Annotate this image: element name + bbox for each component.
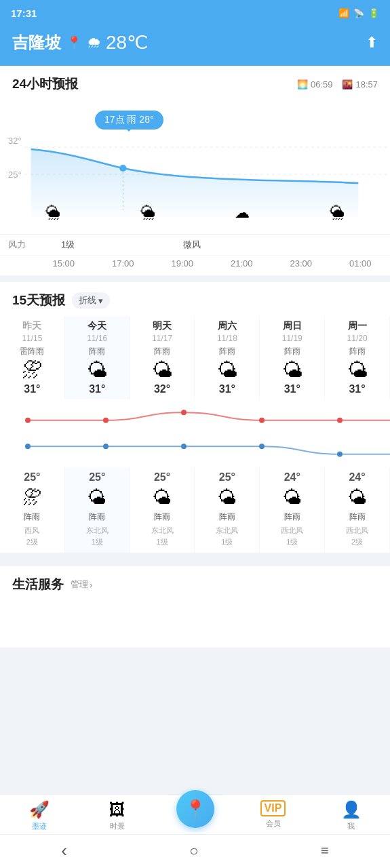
high-curve-svg <box>28 399 362 433</box>
life-title: 生活服务 <box>12 576 64 593</box>
me-label: 我 <box>347 821 355 831</box>
svg-point-13 <box>259 443 265 449</box>
section-divider-2 <box>0 553 390 559</box>
sunset-icon: 🌇 <box>342 79 353 90</box>
chart-icon-2: 🌦 <box>140 204 155 222</box>
chart-area: 17点 雨 28° 32° 25° 🌦 <box>0 98 390 234</box>
menu-button[interactable]: ≡ <box>321 843 329 859</box>
section-24h-header: 24小时预报 🌅 06:59 🌇 18:57 <box>0 75 390 98</box>
chevron-right-icon: › <box>90 580 92 590</box>
time-val-3: 19:00 <box>171 258 193 269</box>
day-name-3: 周六 <box>218 320 237 332</box>
section-15d-header: 15天预报 折线 ▾ <box>0 292 390 316</box>
day-date-0: 11/15 <box>22 334 42 343</box>
day-low-1: 25° <box>89 471 105 484</box>
day-condition-top-5: 阵雨 <box>349 346 366 357</box>
mojie-icon: 🚀 <box>29 800 50 819</box>
day-icon-top-2: 🌤 <box>152 360 172 380</box>
header-temp: 28℃ <box>106 31 148 54</box>
day-wind-2: 东北风1级 <box>151 525 174 547</box>
svg-point-8 <box>337 418 343 423</box>
day-condition-bottom-5: 阵雨 <box>349 511 366 523</box>
fold-button[interactable]: 折线 ▾ <box>72 292 110 309</box>
days-bottom-row: 25° ⛈ 阵雨 西风2级 25° 🌤 阵雨 东北风1级 25° 🌤 阵雨 东北… <box>0 467 390 553</box>
day-col-bottom-3: 25° 🌤 阵雨 东北风1级 <box>195 467 260 553</box>
day-date-1: 11/16 <box>87 334 107 343</box>
day-condition-top-1: 阵雨 <box>89 346 105 357</box>
day-icon-top-3: 🌤 <box>217 360 237 380</box>
day-condition-bottom-0: 阵雨 <box>24 511 40 523</box>
section-15d: 15天预报 折线 ▾ 昨天 11/15 雷阵雨 ⛈ 31° 今天 11/16 阵… <box>0 282 390 553</box>
day-low-0: 25° <box>24 471 40 484</box>
nav-item-me[interactable]: 👤 我 <box>312 800 390 831</box>
day-condition-bottom-2: 阵雨 <box>154 511 170 523</box>
day-col-top-4: 周日 11/19 阵雨 🌤 31° <box>260 316 325 399</box>
day-high-4: 31° <box>284 383 300 395</box>
svg-point-10 <box>25 443 31 449</box>
low-curve-svg <box>28 433 362 467</box>
day-wind-5: 西北风2级 <box>346 525 368 547</box>
header-left: 吉隆坡 📍 🌧 28℃ <box>12 31 148 54</box>
vip-label: 会员 <box>266 818 281 829</box>
svg-point-4 <box>25 418 31 423</box>
day-icon-top-5: 🌤 <box>347 360 368 380</box>
svg-point-7 <box>259 418 265 423</box>
home-button[interactable]: ○ <box>189 842 198 860</box>
day-date-2: 11/17 <box>152 334 172 343</box>
day-col-top-1: 今天 11/16 阵雨 🌤 31° <box>65 316 130 399</box>
day-icon-bottom-1: 🌤 <box>87 486 106 509</box>
day-col-bottom-1: 25° 🌤 阵雨 东北风1级 <box>65 467 130 553</box>
day-high-2: 32° <box>154 383 170 395</box>
day-high-3: 31° <box>219 383 235 395</box>
system-bar: ‹ ○ ≡ <box>0 834 390 868</box>
wind-label: 风力 <box>0 239 34 251</box>
day-low-2: 25° <box>154 471 170 484</box>
day-wind-0: 西风2级 <box>24 525 39 547</box>
section-divider-1 <box>0 275 390 282</box>
back-button[interactable]: ‹ <box>61 840 67 861</box>
svg-point-11 <box>103 443 109 449</box>
day-icon-bottom-3: 🌤 <box>218 486 237 509</box>
time-offset <box>0 258 34 269</box>
chart-icon-3: ☁ <box>235 204 250 222</box>
day-low-3: 25° <box>219 471 235 484</box>
days-scroll[interactable]: 昨天 11/15 雷阵雨 ⛈ 31° 今天 11/16 阵雨 🌤 31° 明天 … <box>0 316 390 553</box>
days-header-row: 昨天 11/15 雷阵雨 ⛈ 31° 今天 11/16 阵雨 🌤 31° 明天 … <box>0 316 390 399</box>
day-name-0: 昨天 <box>22 320 41 332</box>
sunrise-item: 🌅 06:59 <box>297 79 333 90</box>
svg-point-12 <box>181 443 187 449</box>
signal-icon: 📶 <box>338 8 349 18</box>
time-values: 15:00 17:00 19:00 21:00 23:00 01:00 <box>34 258 390 269</box>
shijing-icon: 🖼 <box>109 800 125 819</box>
day-condition-top-0: 雷阵雨 <box>20 346 44 357</box>
header-weather-icon: 🌧 <box>87 34 102 52</box>
map-button[interactable]: 📍 <box>176 790 214 828</box>
day-date-3: 11/18 <box>217 334 237 343</box>
nav-item-mojie[interactable]: 🚀 墨迹 <box>0 800 78 831</box>
wifi-icon: 📡 <box>353 8 364 18</box>
manage-button[interactable]: 管理 › <box>71 578 92 591</box>
sunrise-icon: 🌅 <box>297 79 308 90</box>
section-24h: 24小时预报 🌅 06:59 🌇 18:57 17点 雨 28° 32° 25° <box>0 66 390 275</box>
sunset-item: 🌇 18:57 <box>342 79 378 90</box>
nav-item-vip[interactable]: VIP 会员 <box>234 800 312 831</box>
low-temp-curve <box>0 433 390 467</box>
day-icon-top-4: 🌤 <box>282 360 303 380</box>
day-date-4: 11/19 <box>282 334 303 343</box>
share-button[interactable]: ⬆ <box>366 34 378 52</box>
status-time: 17:31 <box>11 7 37 19</box>
day-icon-bottom-0: ⛈ <box>22 486 41 509</box>
day-low-4: 24° <box>284 471 300 484</box>
day-icon-bottom-4: 🌤 <box>283 486 302 509</box>
nav-center[interactable]: 📍 <box>156 800 234 831</box>
nav-item-shijing[interactable]: 🖼 时景 <box>78 800 156 831</box>
day-low-5: 24° <box>349 471 365 484</box>
life-header: 生活服务 管理 › <box>12 576 378 593</box>
header-weather: 🌧 28℃ <box>87 31 148 54</box>
wind-values: 1级 微风 <box>34 239 390 251</box>
time-row: 15:00 17:00 19:00 21:00 23:00 01:00 <box>0 255 390 275</box>
bottom-nav: 🚀 墨迹 🖼 时景 📍 VIP 会员 👤 我 ‹ ○ ≡ <box>0 794 390 868</box>
day-wind-1: 东北风1级 <box>86 525 109 547</box>
day-icon-top-1: 🌤 <box>87 360 107 380</box>
location-name: 吉隆坡 <box>12 32 61 54</box>
